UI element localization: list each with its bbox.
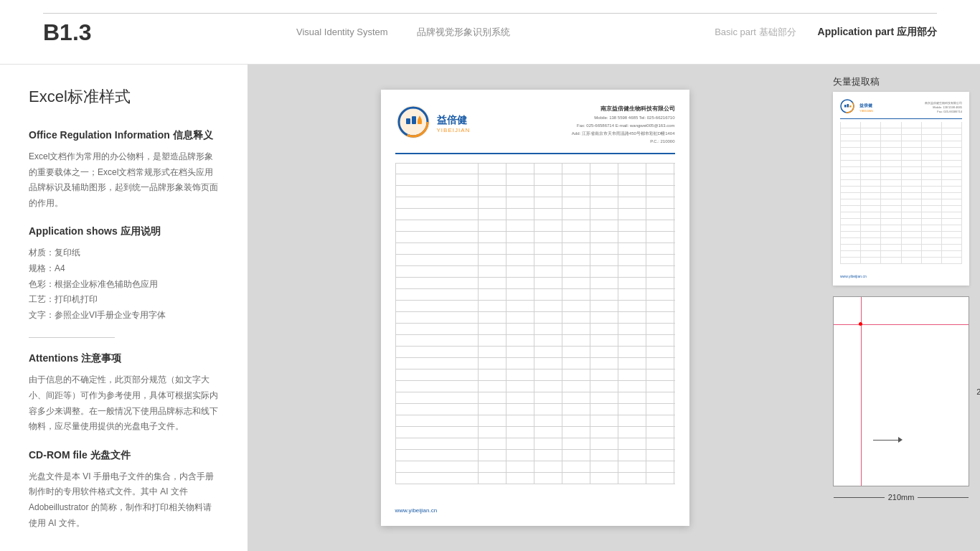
grid-cell <box>618 220 646 231</box>
grid-cell <box>618 324 646 334</box>
grid-cell <box>562 324 590 334</box>
thumb-grid-cell <box>942 154 962 160</box>
grid-cell <box>534 266 562 277</box>
app-part-label: Application part 应用部分 <box>818 26 937 39</box>
grid-cell <box>590 415 618 426</box>
grid-cell <box>646 427 674 438</box>
grid-cell <box>395 438 479 449</box>
thumb-grid-row <box>840 141 962 148</box>
grid-cell <box>562 438 590 449</box>
thumb-grid-cell <box>861 148 881 154</box>
grid-cell <box>618 164 646 174</box>
grid-cell <box>618 473 646 484</box>
grid-cell <box>646 186 674 197</box>
thumb-grid-cell <box>922 180 942 186</box>
thumb-grid-cell <box>861 251 881 257</box>
thumb-grid-row <box>840 167 962 174</box>
thumb-grid-cell <box>922 193 942 199</box>
grid-cell <box>562 164 590 174</box>
grid-cell <box>590 392 618 403</box>
grid-cell <box>507 450 534 461</box>
grid-cell <box>395 266 479 277</box>
section-body-info: Excel文档作为常用的办公物料，是塑造品牌形象的重要载体之一；Excel文档常… <box>29 149 219 211</box>
thumb-grid-row <box>840 193 962 199</box>
grid-cell <box>646 278 674 288</box>
doc-info-line4: P.C.: 210000 <box>572 138 675 146</box>
dim-line-horizontal <box>834 324 969 325</box>
grid-cell <box>646 255 674 265</box>
vis-system-cn: 品牌视觉形象识别系统 <box>417 26 510 39</box>
thumb-grid-cell <box>861 128 881 134</box>
logo-text-area: 益倍健 YIBEIJIAN <box>437 114 471 133</box>
grid-cell <box>562 358 590 369</box>
svg-rect-5 <box>418 120 422 124</box>
grid-row <box>395 347 675 358</box>
grid-cell <box>562 232 590 242</box>
grid-cell <box>562 381 590 392</box>
brand-logo <box>395 104 431 143</box>
thumb-grid-cell <box>861 135 881 141</box>
thumb-grid-cell <box>922 167 942 173</box>
thumb-grid-cell <box>902 148 922 154</box>
grid-cell <box>479 209 507 220</box>
thumb-logo <box>840 99 854 116</box>
grid-cell <box>507 347 534 357</box>
grid-row <box>395 358 675 369</box>
grid-cell <box>395 174 479 185</box>
thumb-grid-cell <box>922 128 942 134</box>
grid-cell <box>507 438 534 449</box>
grid-cell <box>590 209 618 220</box>
divider <box>29 337 115 338</box>
grid-cell <box>507 392 534 403</box>
right-panel-title: 矢量提取稿 <box>833 75 969 88</box>
grid-cell <box>534 415 562 426</box>
header-center: Visual Identity System 品牌视觉形象识别系统 <box>92 26 715 39</box>
grid-row <box>395 174 675 186</box>
thumb-grid-cell <box>861 245 881 250</box>
grid-cell <box>395 358 479 369</box>
thumb-grid-cell <box>922 135 942 141</box>
grid-cell <box>618 266 646 277</box>
thumb-info-text: 南京益倍健生物科技有限公司Mobile: 138 5598 4685Fax: 0… <box>925 101 962 114</box>
doc-info-line2: Fax: 025-66586714 E-mail: wangwei005@163… <box>572 122 675 130</box>
doc-footer: www.yibeijian.cn <box>395 499 675 515</box>
grid-cell <box>562 392 590 403</box>
grid-cell <box>479 243 507 254</box>
grid-cell <box>562 473 590 484</box>
grid-cell <box>395 220 479 231</box>
grid-cell <box>590 220 618 231</box>
grid-cell <box>562 369 590 380</box>
grid-cell <box>534 174 562 185</box>
thumb-grid-cell <box>840 238 861 244</box>
thumb-grid-cell <box>840 135 861 141</box>
grid-row <box>395 255 675 266</box>
thumb-grid-row <box>840 187 962 193</box>
grid-row <box>395 404 675 415</box>
grid-row <box>395 266 675 278</box>
grid-row <box>395 312 675 324</box>
logo-cn: 益倍健 <box>437 114 471 127</box>
grid-cell <box>507 289 534 300</box>
svg-rect-11 <box>849 105 852 108</box>
grid-cell <box>479 174 507 185</box>
page-title: Excel标准样式 <box>29 86 219 108</box>
thumb-grid-cell <box>840 154 861 160</box>
thumb-grid-cell <box>902 122 922 128</box>
grid-cell <box>395 232 479 242</box>
thumb-grid-cell <box>881 212 901 218</box>
thumb-grid-cell <box>861 174 881 179</box>
grid-cell <box>590 473 618 484</box>
grid-cell <box>590 278 618 288</box>
logo-en: YIBEIJIAN <box>437 127 471 133</box>
grid-cell <box>646 461 674 472</box>
grid-cell <box>646 415 674 426</box>
thumb-grid-cell <box>922 122 942 128</box>
thumb-grid-cell <box>881 199 901 205</box>
header: B1.3 Visual Identity System 品牌视觉形象识别系统 B… <box>0 0 980 65</box>
grid-cell <box>646 209 674 220</box>
thumb-grid-cell <box>881 154 901 160</box>
thumb-grid-cell <box>902 187 922 192</box>
grid-cell <box>479 450 507 461</box>
thumb-grid-cell <box>840 122 861 128</box>
grid-cell <box>618 174 646 185</box>
